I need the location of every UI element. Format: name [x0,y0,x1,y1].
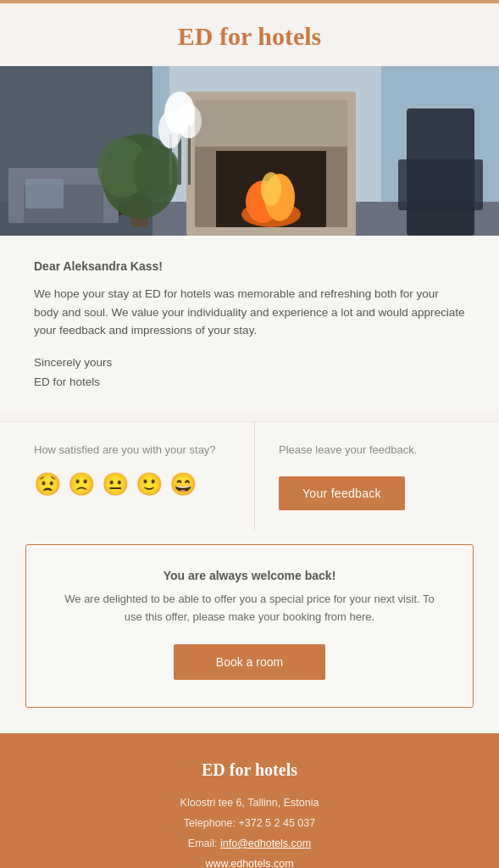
footer-brand-title: ED for hotels [17,760,482,780]
footer-address-text: Kloostri tee 6, Tallinn, Estonia [180,797,319,809]
promo-title: You are always welcome back! [60,569,439,582]
sign-off-line2: ED for hotels [34,376,100,388]
svg-rect-29 [398,159,483,210]
feedback-column: Please leave your feedback. Your feedbac… [255,422,499,531]
emoji-2[interactable]: 🙁 [68,471,95,498]
svg-point-21 [133,145,180,199]
emoji-5[interactable]: 😄 [169,471,197,498]
svg-rect-17 [25,179,64,209]
svg-point-27 [158,111,182,148]
footer-telephone: Telephone: +372 5 2 45 037 [184,817,315,829]
footer-email-link[interactable]: info@edhotels.com [220,837,311,849]
svg-rect-30 [195,100,347,147]
body-paragraph: We hope your stay at ED for hotels was m… [34,285,465,340]
emoji-rating-row: 😟 🙁 😐 🙂 😄 [34,471,237,498]
email-header: ED for hotels [0,3,499,66]
footer-address: Kloostri tee 6, Tallinn, Estonia Telepho… [17,793,482,868]
email-footer: ED for hotels Kloostri tee 6, Tallinn, E… [0,733,499,868]
hero-svg [0,66,499,236]
sign-off: Sincerely yours ED for hotels [34,353,465,392]
your-feedback-button[interactable]: Your feedback [279,476,405,510]
body-content: Dear Aleksandra Kass! We hope your stay … [0,236,499,413]
svg-point-10 [261,172,281,206]
satisfaction-column: How satisfied are you with your stay? 😟 … [0,422,255,531]
footer-email-label: Email: [188,837,220,849]
footer-website-link[interactable]: www.edhotels.com [205,858,293,868]
greeting-text: Dear Aleksandra Kass! [34,259,465,273]
book-room-button[interactable]: Book a room [174,644,325,680]
promo-text: We are delighted to be able to offer you… [60,591,439,626]
emoji-1[interactable]: 😟 [34,471,61,498]
satisfaction-label: How satisfied are you with your stay? [34,442,237,458]
sign-off-line1: Sincerely yours [34,356,112,369]
feedback-label: Please leave your feedback. [279,442,417,458]
hero-image [0,66,499,236]
promo-box: You are always welcome back! We are deli… [25,544,474,709]
emoji-3[interactable]: 😐 [102,471,129,498]
feedback-section: How satisfied are you with your stay? 😟 … [0,421,499,531]
email-container: ED for hotels [0,0,499,868]
promo-section: You are always welcome back! We are deli… [0,531,499,734]
svg-rect-15 [8,168,24,223]
emoji-4[interactable]: 🙂 [136,471,163,498]
brand-title: ED for hotels [17,22,482,51]
